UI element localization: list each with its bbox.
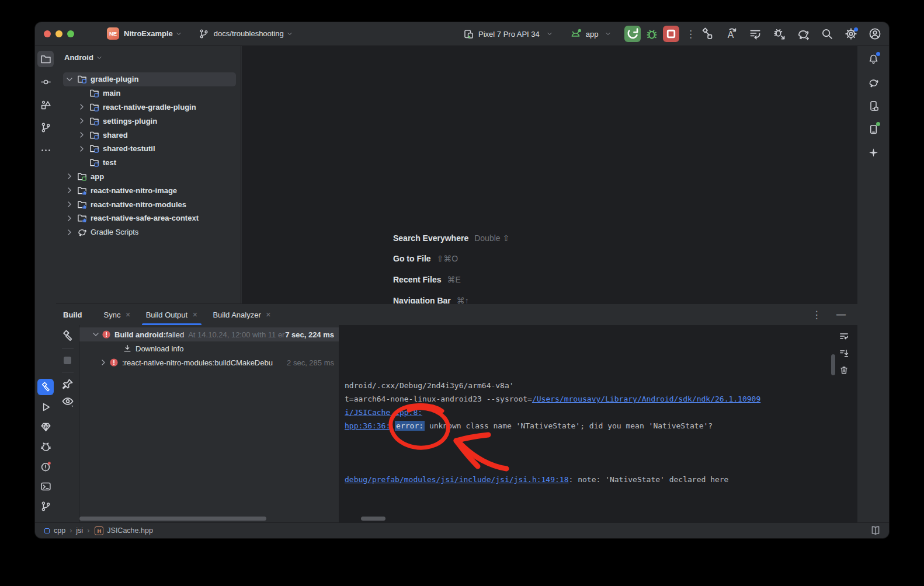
tool-stripe-logcat[interactable] bbox=[37, 438, 54, 455]
shortcut-action: Search Everywhere bbox=[393, 233, 468, 243]
horizontal-scrollbar[interactable] bbox=[79, 517, 266, 521]
minimize-window-button[interactable] bbox=[55, 30, 62, 37]
tree-item-gradle-plugin[interactable]: gradle-plugin bbox=[56, 72, 241, 86]
close-tab-icon[interactable]: ✕ bbox=[266, 311, 271, 319]
chevron-right-icon[interactable] bbox=[65, 172, 74, 181]
search-everywhere-button[interactable] bbox=[820, 27, 834, 41]
chevron-right-icon[interactable] bbox=[77, 130, 86, 139]
tool-stripe-pull-requests[interactable] bbox=[37, 119, 54, 135]
tab-sync[interactable]: Sync✕ bbox=[100, 304, 135, 325]
zoom-window-button[interactable] bbox=[67, 30, 74, 37]
breadcrumb-file[interactable]: JSICache.hpp bbox=[107, 526, 153, 535]
console-link[interactable]: i/JSICache.cpp:8: bbox=[345, 408, 422, 417]
chevron-right-icon[interactable] bbox=[65, 214, 74, 223]
tree-item-shared-testutil[interactable]: shared-testutil bbox=[56, 142, 241, 156]
chevron-spacer bbox=[112, 344, 121, 353]
console-text: : note: 'NativeState' declared here bbox=[569, 475, 729, 484]
tool-stripe-gemini[interactable] bbox=[865, 144, 881, 161]
tree-item-settings-plugin[interactable]: settings-plugin bbox=[56, 114, 241, 128]
soft-wrap-icon[interactable] bbox=[839, 331, 849, 341]
chevron-down-icon[interactable] bbox=[91, 330, 100, 339]
chevron-right-icon[interactable] bbox=[65, 200, 74, 209]
tool-stripe-structure[interactable] bbox=[37, 96, 54, 113]
build-tree-row[interactable]: Download info bbox=[79, 341, 339, 355]
console-link[interactable]: hpp:36:36: bbox=[345, 421, 390, 430]
tool-stripe-commit[interactable] bbox=[37, 74, 54, 90]
horizontal-scrollbar[interactable] bbox=[361, 517, 385, 521]
tool-stripe-version-control[interactable] bbox=[37, 498, 54, 514]
chevron-right-icon[interactable] bbox=[77, 116, 86, 125]
tree-item-react-native-nitro-modules[interactable]: react-native-nitro-modules bbox=[56, 197, 241, 211]
build-tree-row[interactable]: Build android: failedAt 14.10.24, 12:00 … bbox=[79, 327, 339, 341]
tree-item-shared[interactable]: shared bbox=[56, 128, 241, 142]
settings-button[interactable] bbox=[844, 27, 858, 41]
rerun-build-icon[interactable] bbox=[61, 330, 74, 343]
build-row-label: :react-native-nitro-modules:buildCMakeDe… bbox=[122, 358, 273, 367]
pin-tab-icon[interactable] bbox=[61, 378, 74, 390]
view-options-icon[interactable] bbox=[61, 395, 74, 407]
tab-build-analyzer[interactable]: Build Analyzer✕ bbox=[209, 304, 275, 325]
attach-debugger-button[interactable] bbox=[772, 27, 786, 41]
more-actions-icon[interactable]: ⋮ bbox=[683, 27, 697, 41]
tree-item-main[interactable]: main bbox=[56, 86, 241, 100]
hide-panel-icon[interactable]: — bbox=[834, 308, 848, 322]
git-branch-icon bbox=[40, 122, 51, 133]
tool-stripe-project[interactable] bbox=[37, 51, 54, 67]
tree-item-label: test bbox=[103, 158, 116, 167]
console-link[interactable]: debug/prefab/modules/jsi/include/jsi/jsi… bbox=[345, 475, 569, 484]
tool-stripe-device-manager[interactable] bbox=[865, 97, 881, 114]
close-tab-icon[interactable]: ✕ bbox=[192, 311, 197, 319]
tree-item-react-native-gradle-plugin[interactable]: react-native-gradle-plugin bbox=[56, 100, 241, 114]
tree-item-test[interactable]: test bbox=[56, 156, 241, 170]
project-selector[interactable]: NitroExample bbox=[124, 29, 173, 38]
chevron-right-icon[interactable] bbox=[99, 358, 108, 367]
vcs-branch-selector[interactable]: docs/troubleshooting bbox=[199, 29, 293, 39]
breadcrumb-item[interactable]: jsi bbox=[76, 526, 83, 535]
profile-button[interactable] bbox=[868, 27, 882, 41]
stop-button[interactable] bbox=[663, 26, 679, 42]
run-configuration-selector[interactable]: app bbox=[586, 30, 599, 39]
panel-options-icon[interactable]: ⋮ bbox=[810, 308, 824, 322]
scroll-to-end-icon[interactable] bbox=[839, 348, 849, 358]
vertical-scrollbar[interactable] bbox=[831, 354, 835, 375]
tool-stripe-problems[interactable] bbox=[37, 458, 54, 475]
tab-build-output[interactable]: Build Output✕ bbox=[142, 304, 202, 325]
tool-stripe-gradle[interactable] bbox=[865, 74, 881, 90]
close-tab-icon[interactable]: ✕ bbox=[125, 311, 130, 319]
device-selector[interactable]: Pixel 7 Pro API 34 bbox=[478, 30, 540, 39]
console-link[interactable]: /Users/mrousavy/Library/Android/sdk/ndk/… bbox=[532, 395, 760, 403]
gradle-sync-button[interactable] bbox=[796, 27, 810, 41]
chevron-down-icon bbox=[175, 30, 182, 37]
tree-item-app[interactable]: app bbox=[56, 170, 241, 184]
chevron-right-icon[interactable] bbox=[65, 228, 74, 237]
breadcrumb-item[interactable]: cpp bbox=[54, 526, 65, 535]
project-view-selector[interactable]: Android bbox=[56, 46, 241, 62]
tool-stripe-terminal[interactable] bbox=[37, 478, 54, 494]
build-button[interactable] bbox=[700, 27, 714, 41]
tool-stripe-build[interactable] bbox=[37, 379, 54, 395]
chevron-right-icon[interactable] bbox=[65, 186, 74, 195]
stop-build-icon[interactable] bbox=[61, 354, 74, 367]
tool-stripe-app-quality-insights[interactable] bbox=[37, 418, 54, 435]
chevron-down-icon bbox=[605, 30, 612, 37]
rerun-button[interactable] bbox=[624, 26, 641, 42]
chevron-right-icon[interactable] bbox=[77, 144, 86, 154]
clear-all-icon[interactable] bbox=[839, 365, 849, 375]
close-window-button[interactable] bbox=[44, 30, 51, 37]
tab-label: Build Analyzer bbox=[213, 311, 260, 319]
tree-item-gradle-scripts[interactable]: Gradle Scripts bbox=[56, 225, 241, 239]
chevron-down-icon[interactable] bbox=[65, 75, 74, 84]
tree-item-react-native-nitro-image[interactable]: react-native-nitro-image bbox=[56, 183, 241, 197]
tool-stripe-notifications[interactable] bbox=[865, 51, 881, 67]
android-icon bbox=[569, 28, 582, 40]
chevron-right-icon[interactable] bbox=[77, 102, 86, 111]
restore-list-button[interactable] bbox=[748, 27, 762, 41]
debug-button[interactable] bbox=[645, 27, 659, 41]
build-tree-row[interactable]: :react-native-nitro-modules:buildCMakeDe… bbox=[79, 355, 339, 369]
reader-mode-icon[interactable] bbox=[870, 525, 881, 536]
tree-item-react-native-safe-area-context[interactable]: react-native-safe-area-context bbox=[56, 211, 241, 225]
tool-stripe-run[interactable] bbox=[37, 399, 54, 415]
rename-refactor-button[interactable]: A bbox=[724, 27, 738, 41]
tool-stripe-more-tools[interactable] bbox=[37, 142, 54, 158]
tool-stripe-running-devices[interactable] bbox=[865, 121, 881, 137]
